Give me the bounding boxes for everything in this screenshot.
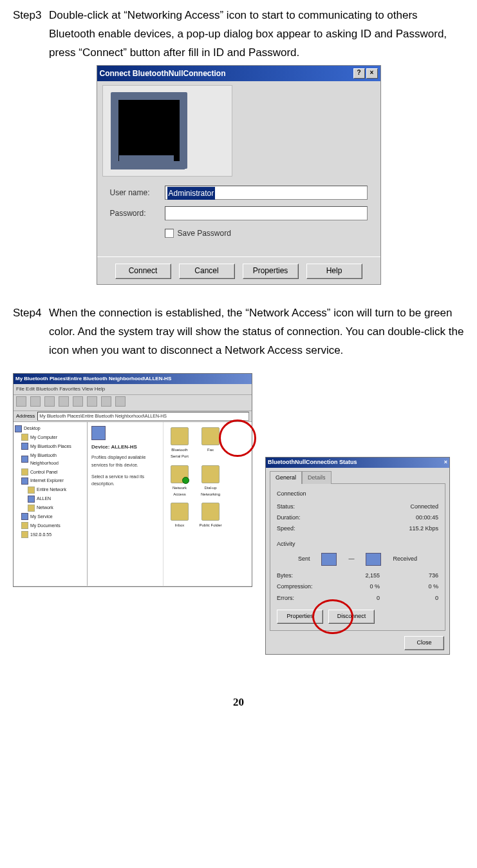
- dialup-icon: [201, 465, 220, 483]
- public-folder-icon: [201, 503, 220, 521]
- status-close-button-bottom[interactable]: Close: [404, 636, 444, 650]
- service-label: Public Folder: [199, 523, 221, 527]
- help-button[interactable]: Help: [306, 264, 362, 279]
- tree-item-label: Internet Explorer: [30, 477, 64, 485]
- help-titlebar-button[interactable]: ?: [353, 68, 365, 79]
- save-password-checkbox[interactable]: [165, 229, 174, 238]
- connect-form: User name: Administrator Password: Save …: [97, 186, 380, 249]
- status-tabs: General Details: [266, 468, 449, 483]
- serial-port-icon: [171, 427, 189, 445]
- fax-icon: [201, 427, 220, 445]
- compression-sent: 0 %: [335, 582, 380, 592]
- address-label: Address: [16, 412, 35, 421]
- tree-item-label: My Computer: [30, 434, 57, 441]
- step4-text: When the connection is established, the …: [49, 304, 464, 360]
- disconnect-icon[interactable]: [87, 396, 97, 407]
- tree-item-label: My Documents: [30, 522, 61, 530]
- computer-icon: [366, 553, 381, 566]
- explorer-window: My Bluetooth Places\Entire Bluetooth Nei…: [13, 373, 252, 587]
- status-dialog: BluetoothNullConnection Status × General…: [265, 457, 450, 655]
- duration-value: 00:00:45: [328, 513, 438, 523]
- views-icon[interactable]: [115, 396, 126, 407]
- service-label: Fax: [207, 448, 214, 452]
- tree-item-label: 192.0.0.55: [30, 531, 51, 539]
- step4-label: Step4: [13, 304, 49, 360]
- connect-button[interactable]: Connect: [115, 264, 171, 279]
- status-dialog-title: BluetoothNullConnection Status: [268, 458, 357, 467]
- search-icon[interactable]: [59, 396, 69, 407]
- screenshots-row: My Bluetooth Places\Entire Bluetooth Nei…: [13, 373, 464, 655]
- tree-item-label: Desktop: [24, 425, 41, 432]
- tree-item-label: Network: [37, 504, 53, 512]
- status-properties-button[interactable]: Properties: [277, 610, 323, 624]
- computer-icon: [321, 553, 337, 566]
- explorer-menubar[interactable]: File Edit Bluetooth Favorites View Help: [14, 384, 252, 395]
- delete-icon[interactable]: [101, 396, 111, 407]
- network-access-icon: [171, 465, 189, 483]
- status-titlebar: BluetoothNullConnection Status ×: [266, 458, 449, 468]
- connect-icon[interactable]: [73, 396, 83, 407]
- service-label: Inbox: [175, 523, 185, 527]
- service-public-folder[interactable]: Public Folder: [198, 503, 223, 528]
- password-label: Password:: [110, 207, 165, 220]
- disconnect-button[interactable]: Disconnect: [328, 610, 375, 624]
- save-password-label: Save Password: [178, 227, 231, 240]
- explorer-title: My Bluetooth Places\Entire Bluetooth Nei…: [14, 374, 252, 384]
- info-desc2: Select a service to read its description…: [91, 473, 159, 488]
- bytes-recv: 736: [380, 571, 438, 581]
- step3-label: Step3: [13, 6, 49, 63]
- activity-group-title: Activity: [277, 539, 438, 549]
- received-label: Received: [393, 554, 417, 564]
- connection-group-title: Connection: [277, 489, 438, 499]
- dialog-illustration: [102, 85, 232, 177]
- username-input[interactable]: Administrator: [165, 186, 368, 200]
- forward-icon[interactable]: [30, 396, 41, 407]
- connect-dialog: Connect BluetoothNullConnection ? × User…: [97, 65, 381, 285]
- compression-label: Compression:: [277, 582, 335, 592]
- cancel-button[interactable]: Cancel: [179, 264, 235, 279]
- services-pane: Bluetooth Serial Port Fax Network Access: [164, 422, 252, 586]
- tab-general[interactable]: General: [270, 471, 302, 484]
- sent-label: Sent: [298, 554, 310, 564]
- speed-label: Speed:: [277, 524, 328, 534]
- status-value: Connected: [328, 502, 438, 512]
- username-value: Administrator: [167, 187, 216, 200]
- status-body: Connection Status:Connected Duration:00:…: [270, 483, 445, 630]
- tab-details[interactable]: Details: [302, 471, 332, 484]
- folder-tree[interactable]: Desktop My Computer My Bluetooth Places …: [14, 422, 88, 586]
- errors-sent: 0: [335, 593, 380, 603]
- connect-dialog-titlebar: Connect BluetoothNullConnection ? ×: [97, 66, 380, 81]
- service-serial-port[interactable]: Bluetooth Serial Port: [167, 427, 192, 459]
- service-fax[interactable]: Fax: [198, 427, 223, 459]
- step3-row: Step3 Double-click at “Networking Access…: [13, 6, 464, 63]
- service-inbox[interactable]: Inbox: [167, 503, 192, 528]
- info-panel: Device: ALLEN-HS Profiles displayed avai…: [88, 422, 164, 586]
- back-icon[interactable]: [16, 396, 26, 407]
- properties-button[interactable]: Properties: [243, 264, 299, 279]
- service-dialup[interactable]: Dial-up Networking: [198, 465, 223, 497]
- monitor-foot-icon: [111, 164, 185, 169]
- inbox-icon: [171, 503, 189, 521]
- connect-dialog-wrap: Connect BluetoothNullConnection ? × User…: [13, 65, 464, 285]
- address-input[interactable]: My Bluetooth Places\Entire Bluetooth Nei…: [37, 412, 249, 421]
- password-input[interactable]: [165, 206, 368, 220]
- tree-item-label: Control Panel: [30, 468, 57, 476]
- service-label: Dial-up Networking: [201, 486, 220, 496]
- connect-dialog-title: Connect BluetoothNullConnection: [100, 67, 352, 80]
- username-label: User name:: [110, 186, 165, 199]
- info-desc1: Profiles displayed available services fo…: [91, 454, 159, 469]
- status-label: Status:: [277, 502, 328, 512]
- errors-recv: 0: [380, 593, 438, 603]
- tree-item-label: My Service: [30, 513, 53, 521]
- device-icon: [91, 426, 106, 440]
- tree-item-label: ALLEN: [37, 495, 51, 503]
- status-close-button[interactable]: ×: [444, 458, 447, 467]
- service-network-access[interactable]: Network Access: [167, 465, 192, 497]
- step3-text: Double-click at “Networking Access” icon…: [49, 6, 464, 63]
- errors-label: Errors:: [277, 593, 335, 603]
- close-titlebar-button[interactable]: ×: [366, 68, 378, 79]
- step4-row: Step4 When the connection is established…: [13, 304, 464, 360]
- up-icon[interactable]: [44, 396, 55, 407]
- compression-recv: 0 %: [380, 582, 438, 592]
- tree-item-label: Entire Network: [37, 486, 66, 494]
